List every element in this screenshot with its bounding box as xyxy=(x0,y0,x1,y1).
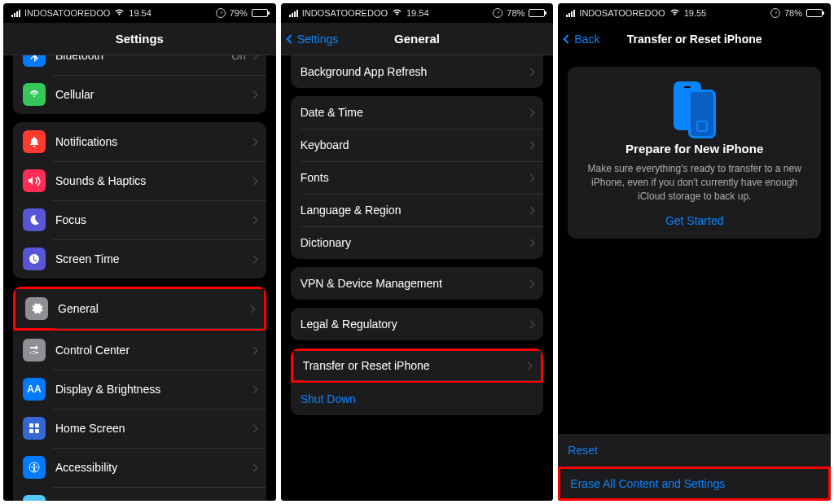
alarm-icon xyxy=(216,8,226,18)
row-label: Background App Refresh xyxy=(301,65,529,78)
chevron-right-icon xyxy=(527,320,535,328)
row-label: Date & Time xyxy=(301,106,529,119)
row-label: Dictionary xyxy=(301,236,529,249)
back-button[interactable]: Settings xyxy=(288,33,339,46)
row-label: Focus xyxy=(55,213,251,226)
alarm-icon xyxy=(493,8,503,18)
row-wallpaper[interactable]: Wallpaper xyxy=(13,487,266,501)
chevron-left-icon xyxy=(286,34,295,43)
carrier-label: INDOSATOOREDOO xyxy=(302,8,388,18)
signal-icon xyxy=(11,10,20,17)
chevron-right-icon xyxy=(527,279,535,287)
row-label: Home Screen xyxy=(55,422,251,435)
control-center-icon xyxy=(23,339,46,362)
screen-transfer-reset: INDOSATOOREDOO 19.55 78% Back Transfer o… xyxy=(558,3,831,501)
gear-icon xyxy=(25,297,48,320)
bluetooth-icon xyxy=(23,55,46,67)
chevron-right-icon xyxy=(249,55,257,59)
row-control-center[interactable]: Control Center xyxy=(13,331,266,370)
chevron-right-icon xyxy=(525,362,533,370)
row-reset[interactable]: Reset xyxy=(558,434,831,467)
row-label: Fonts xyxy=(301,171,529,184)
display-icon: AA xyxy=(23,378,46,401)
row-label: Reset xyxy=(568,444,821,457)
row-cellular[interactable]: Cellular xyxy=(13,75,266,114)
row-label: Display & Brightness xyxy=(55,383,251,396)
back-button[interactable]: Back xyxy=(564,33,599,46)
get-started-link[interactable]: Get Started xyxy=(581,214,808,227)
nav-bar: Settings General xyxy=(281,23,554,55)
row-label: Screen Time xyxy=(55,252,251,265)
chevron-right-icon xyxy=(249,346,257,354)
battery-pct: 78% xyxy=(507,8,525,18)
row-legal[interactable]: Legal & Regulatory xyxy=(291,308,544,340)
row-language-region[interactable]: Language & Region xyxy=(291,194,544,226)
time-label: 19.55 xyxy=(684,8,707,18)
nav-title: Transfer or Reset iPhone xyxy=(566,33,823,46)
row-label: Control Center xyxy=(55,344,251,357)
back-label: Settings xyxy=(297,33,339,46)
alarm-icon xyxy=(770,8,780,18)
row-date-time[interactable]: Date & Time xyxy=(291,96,544,129)
row-value: On xyxy=(231,55,245,62)
row-general[interactable]: General xyxy=(13,287,266,331)
nav-bar: Back Transfer or Reset iPhone xyxy=(558,23,831,55)
chevron-right-icon xyxy=(527,108,535,116)
row-accessibility[interactable]: Accessibility xyxy=(13,448,266,487)
chevron-right-icon xyxy=(247,305,255,313)
row-screen-time[interactable]: Screen Time xyxy=(13,239,266,278)
time-label: 19.54 xyxy=(129,8,151,18)
row-bg-refresh[interactable]: Background App Refresh xyxy=(291,55,544,88)
chevron-right-icon xyxy=(527,173,535,182)
row-keyboard[interactable]: Keyboard xyxy=(291,129,544,161)
row-sounds-haptics[interactable]: Sounds & Haptics xyxy=(13,161,266,200)
row-label: Keyboard xyxy=(301,138,529,151)
signal-icon xyxy=(566,10,575,17)
row-shutdown[interactable]: Shut Down xyxy=(291,383,544,415)
time-label: 19.54 xyxy=(406,8,429,18)
battery-pct: 79% xyxy=(230,8,248,18)
row-label: Legal & Regulatory xyxy=(301,318,529,331)
row-label: Language & Region xyxy=(301,204,529,217)
row-vpn[interactable]: VPN & Device Management xyxy=(291,267,544,300)
row-bluetooth[interactable]: Bluetooth On xyxy=(13,55,266,75)
chevron-right-icon xyxy=(249,90,257,99)
back-label: Back xyxy=(574,33,599,46)
row-notifications[interactable]: Notifications xyxy=(13,122,266,161)
battery-pct: 78% xyxy=(784,8,802,18)
svg-rect-2 xyxy=(29,429,33,433)
prepare-promo-card: Prepare for New iPhone Make sure everyth… xyxy=(568,67,821,239)
chevron-right-icon xyxy=(249,255,257,263)
row-label: Wallpaper xyxy=(55,500,251,501)
wallpaper-icon xyxy=(23,495,46,501)
row-label: Sounds & Haptics xyxy=(55,174,251,187)
row-focus[interactable]: Focus xyxy=(13,200,266,239)
row-label: Notifications xyxy=(55,135,251,148)
sounds-icon xyxy=(23,169,46,192)
row-label: Shut Down xyxy=(301,392,534,405)
screen-general: INDOSATOOREDOO 19.54 78% Settings Genera… xyxy=(281,3,554,501)
svg-rect-3 xyxy=(35,429,39,433)
svg-rect-1 xyxy=(35,423,39,427)
chevron-left-icon xyxy=(564,34,573,43)
battery-icon xyxy=(806,9,823,17)
nav-title: Settings xyxy=(11,32,268,46)
row-transfer-reset[interactable]: Transfer or Reset iPhone xyxy=(291,348,544,383)
status-bar: INDOSATOOREDOO 19.54 79% xyxy=(3,3,276,23)
homescreen-icon xyxy=(23,417,46,440)
row-display-brightness[interactable]: AA Display & Brightness xyxy=(13,370,266,409)
row-erase-all[interactable]: Erase All Content and Settings xyxy=(558,467,831,501)
chevron-right-icon xyxy=(527,239,535,247)
row-fonts[interactable]: Fonts xyxy=(291,161,544,194)
accessibility-icon xyxy=(23,456,46,479)
chevron-right-icon xyxy=(527,68,535,76)
chevron-right-icon xyxy=(527,141,535,149)
wifi-icon xyxy=(114,8,125,18)
screen-settings: INDOSATOOREDOO 19.54 79% Settings Blueto… xyxy=(3,3,276,501)
chevron-right-icon xyxy=(249,177,257,185)
row-home-screen[interactable]: Home Screen xyxy=(13,409,266,448)
cellular-icon xyxy=(23,83,46,106)
signal-icon xyxy=(289,10,298,17)
focus-icon xyxy=(23,208,46,231)
row-dictionary[interactable]: Dictionary xyxy=(291,226,544,259)
